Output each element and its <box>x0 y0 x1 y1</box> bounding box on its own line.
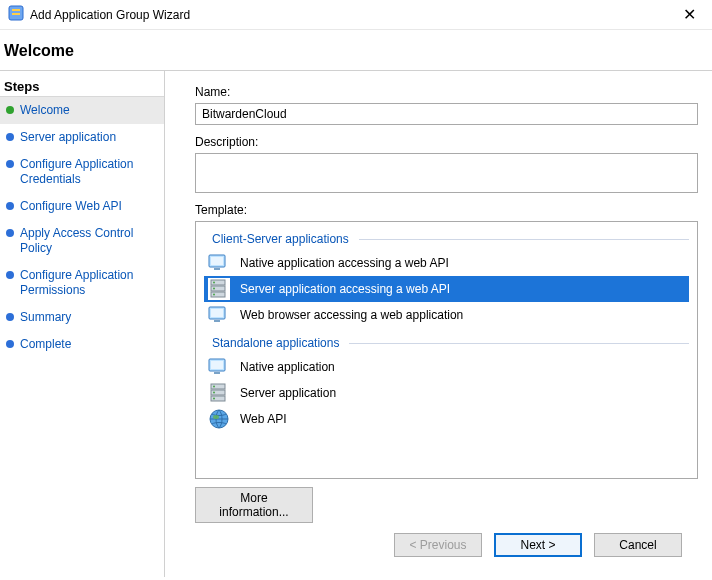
previous-button[interactable]: < Previous <box>394 533 482 557</box>
template-item[interactable]: Server application <box>204 380 689 406</box>
step-label: Welcome <box>20 103 70 118</box>
template-item-label: Native application <box>240 360 335 374</box>
svg-point-11 <box>213 294 215 296</box>
page-title: Welcome <box>0 30 712 70</box>
svg-rect-1 <box>12 9 20 11</box>
window-title: Add Application Group Wizard <box>30 8 675 22</box>
template-item[interactable]: Server application accessing a web API <box>204 276 689 302</box>
svg-point-23 <box>213 398 215 400</box>
step-bullet-icon <box>6 106 14 114</box>
server-icon <box>208 382 230 404</box>
step-label: Configure Web API <box>20 199 122 214</box>
step-server-application[interactable]: Server application <box>0 124 164 151</box>
svg-rect-17 <box>214 372 220 374</box>
description-label: Description: <box>195 135 698 149</box>
step-configure-application-credentials[interactable]: Configure Application Credentials <box>0 151 164 193</box>
template-item-label: Native application accessing a web API <box>240 256 449 270</box>
steps-sidebar: Steps WelcomeServer applicationConfigure… <box>0 71 165 577</box>
step-bullet-icon <box>6 340 14 348</box>
monitor-icon <box>208 356 230 378</box>
step-bullet-icon <box>6 229 14 237</box>
step-bullet-icon <box>6 202 14 210</box>
template-label: Template: <box>195 203 698 217</box>
monitor-app-icon <box>208 304 230 326</box>
svg-rect-2 <box>12 13 20 15</box>
template-item[interactable]: Native application accessing a web API <box>204 250 689 276</box>
close-icon[interactable]: ✕ <box>675 5 704 24</box>
cancel-button[interactable]: Cancel <box>594 533 682 557</box>
step-label: Summary <box>20 310 71 325</box>
template-item-label: Web API <box>240 412 286 426</box>
description-input[interactable] <box>195 153 698 193</box>
template-group-heading: Client-Server applications <box>204 232 689 246</box>
server-api-icon <box>208 278 230 300</box>
svg-point-10 <box>213 288 215 290</box>
step-label: Apply Access Control Policy <box>20 226 156 256</box>
template-item[interactable]: Native application <box>204 354 689 380</box>
template-item[interactable]: Web browser accessing a web application <box>204 302 689 328</box>
monitor-api-icon <box>208 252 230 274</box>
svg-rect-13 <box>211 309 223 317</box>
next-button[interactable]: Next > <box>494 533 582 557</box>
step-complete[interactable]: Complete <box>0 331 164 358</box>
svg-point-25 <box>213 415 219 419</box>
name-label: Name: <box>195 85 698 99</box>
template-item[interactable]: Web API <box>204 406 689 432</box>
step-configure-application-permissions[interactable]: Configure Application Permissions <box>0 262 164 304</box>
step-welcome[interactable]: Welcome <box>0 97 164 124</box>
app-icon <box>8 5 24 24</box>
step-label: Server application <box>20 130 116 145</box>
group-divider <box>359 239 689 240</box>
step-label: Configure Application Permissions <box>20 268 156 298</box>
name-input[interactable] <box>195 103 698 125</box>
template-list: Client-Server applicationsNative applica… <box>195 221 698 479</box>
step-bullet-icon <box>6 271 14 279</box>
step-summary[interactable]: Summary <box>0 304 164 331</box>
step-label: Configure Application Credentials <box>20 157 156 187</box>
step-apply-access-control-policy[interactable]: Apply Access Control Policy <box>0 220 164 262</box>
template-group-heading: Standalone applications <box>204 336 689 350</box>
svg-rect-14 <box>214 320 220 322</box>
template-item-label: Web browser accessing a web application <box>240 308 463 322</box>
globe-icon <box>208 408 230 430</box>
button-bar: < Previous Next > Cancel <box>195 523 698 569</box>
step-bullet-icon <box>6 313 14 321</box>
more-information-button[interactable]: More information... <box>195 487 313 523</box>
step-bullet-icon <box>6 160 14 168</box>
template-group-label: Standalone applications <box>204 336 343 350</box>
template-group-label: Client-Server applications <box>204 232 353 246</box>
steps-heading: Steps <box>0 77 164 97</box>
svg-point-22 <box>213 392 215 394</box>
group-divider <box>349 343 689 344</box>
svg-point-21 <box>213 386 215 388</box>
svg-rect-5 <box>214 268 220 270</box>
step-bullet-icon <box>6 133 14 141</box>
svg-rect-4 <box>211 257 223 265</box>
template-item-label: Server application accessing a web API <box>240 282 450 296</box>
main-panel: Name: Description: Template: Client-Serv… <box>165 71 712 577</box>
step-label: Complete <box>20 337 71 352</box>
svg-point-9 <box>213 282 215 284</box>
title-bar: Add Application Group Wizard ✕ <box>0 0 712 30</box>
step-configure-web-api[interactable]: Configure Web API <box>0 193 164 220</box>
svg-rect-16 <box>211 361 223 369</box>
template-item-label: Server application <box>240 386 336 400</box>
